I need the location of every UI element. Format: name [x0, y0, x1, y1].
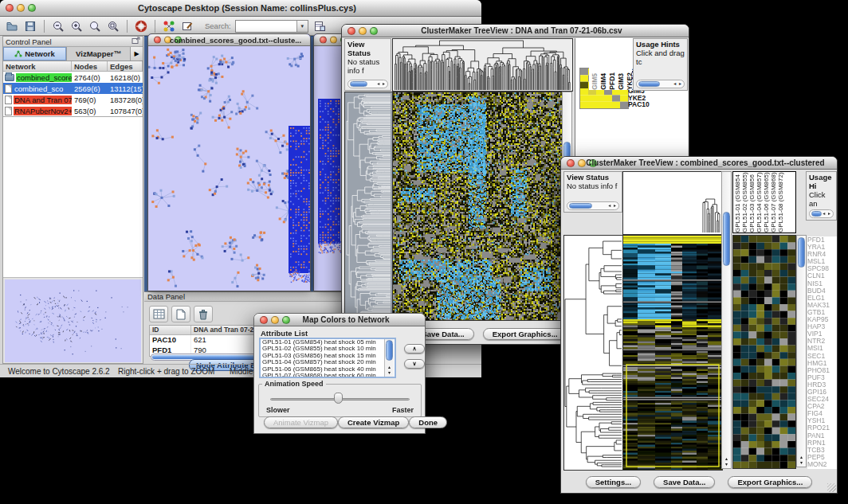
treeview-dna-title-bar[interactable]: ClusterMaker TreeView : DNA and Tran 07-… [342, 25, 689, 37]
column-label[interactable]: GPL51-04 (GSM857) [756, 172, 763, 232]
attribute-browser-icon[interactable] [312, 19, 327, 33]
combined-heatmap[interactable] [622, 235, 723, 471]
scrollbar-thumb[interactable] [569, 203, 592, 209]
network-file-icon [5, 107, 12, 115]
panel-scrollbar[interactable]: ◂ ▸ [347, 80, 388, 88]
close-icon[interactable] [567, 159, 575, 167]
close-icon[interactable] [320, 37, 327, 44]
treeview-button[interactable]: Export Graphics... [728, 476, 812, 488]
col-edges[interactable]: Edges [108, 61, 143, 71]
panel-scrollbar[interactable]: ◂ ▸ [636, 80, 685, 88]
new-attribute-icon[interactable] [171, 306, 190, 322]
scroll-arrows-icon[interactable]: ◂ ▸ [673, 80, 684, 88]
search-input[interactable]: ▾ [235, 20, 308, 33]
treeview-button[interactable]: Save Data... [654, 476, 715, 488]
column-label[interactable]: GIM5 [591, 73, 599, 90]
scrollbar-thumb[interactable] [386, 340, 393, 361]
gene-label[interactable]: MON2 [807, 461, 837, 468]
scroll-arrows-icon[interactable]: ◂ ▸ [608, 201, 618, 210]
column-label[interactable]: GPL51-01 (GSM854 [734, 172, 741, 232]
tab-network[interactable]: Network [3, 47, 67, 61]
dna-column-dendrogram[interactable] [392, 38, 573, 92]
network-canvas[interactable] [148, 46, 310, 291]
dialog-button[interactable]: Done [409, 416, 447, 428]
save-icon[interactable] [23, 19, 37, 33]
scroll-arrows-icon[interactable]: ▴▾ [797, 455, 806, 466]
column-label[interactable]: GIM4 [599, 73, 607, 90]
delete-attribute-icon[interactable] [194, 306, 213, 322]
detail-vscrollbar[interactable]: ▴▾ [796, 235, 807, 467]
move-down-button[interactable]: ∨ [404, 359, 425, 369]
zoom-fit-icon[interactable] [88, 19, 102, 33]
chevron-down-icon[interactable]: ▾ [296, 21, 308, 32]
network-row[interactable]: RNAPuberNov2+ 563(0) 107847(0) [3, 105, 143, 116]
scrollbar-thumb[interactable] [350, 81, 367, 87]
birdseye-overview[interactable] [5, 279, 141, 362]
dialog-button[interactable]: Animate Vizmap [264, 416, 338, 428]
dna-heatmap[interactable] [392, 92, 563, 321]
main-title-bar[interactable]: Cytoscape Desktop (Session Name: collins… [0, 0, 481, 17]
panel-scrollbar[interactable]: ◂ ▸ [809, 209, 834, 218]
col-network[interactable]: Network [3, 61, 72, 71]
attribute-list-item[interactable]: GPL51-07 (GSM868) heat shock 60 min [262, 373, 395, 378]
dialog-button[interactable]: Create Vizmap [338, 416, 409, 428]
speed-slider-thumb[interactable] [334, 393, 343, 404]
tab-overflow-arrow[interactable]: ▶ [131, 47, 143, 61]
combined-gene-labels: PFD1YRA1RNR4MSL1SPC98CLN1NIS1BUD4ELG1MAK… [807, 236, 837, 469]
treeview-button[interactable]: Settings... [586, 476, 641, 488]
zoom-in-icon[interactable] [69, 19, 84, 33]
dialog-title-bar[interactable]: Map Colors to Network [254, 314, 425, 326]
zoom-out-icon[interactable] [51, 19, 65, 33]
resize-grip[interactable] [827, 483, 836, 492]
col-nodes[interactable]: Nodes [72, 61, 108, 71]
float-panel-icon[interactable] [132, 37, 140, 46]
combined-row-dendrogram[interactable] [563, 235, 624, 471]
select-attributes-icon[interactable] [149, 306, 168, 322]
close-icon[interactable] [6, 4, 14, 12]
usage-hints-text: Click an [809, 190, 826, 208]
minimize-icon[interactable] [330, 37, 337, 44]
network-row[interactable]: combined_sco 2569(6) 13112(15) [3, 83, 143, 94]
network-row[interactable]: DNA and Tran 07 769(0) 183728(0) [3, 94, 143, 105]
combined-column-dendrogram[interactable] [622, 171, 723, 235]
close-icon[interactable] [154, 37, 161, 44]
scrollbar-thumb[interactable] [798, 237, 805, 268]
column-label[interactable]: GPL51-06 (GSM865) [763, 172, 770, 232]
column-label[interactable]: GPL51-03 (GSM856 [748, 172, 756, 232]
scrollbar-thumb[interactable] [638, 81, 660, 87]
tab-vizmapper[interactable]: VizMapper™ [67, 47, 131, 61]
dna-row-dendrogram[interactable] [344, 92, 393, 321]
close-icon[interactable] [260, 316, 268, 324]
network-row[interactable]: combined_scores 2764(0) 16218(0) [3, 72, 143, 83]
help-lifesaver-icon[interactable] [134, 19, 148, 33]
attribute-list-vscrollbar[interactable]: ▴▾ [384, 339, 394, 377]
treeview-button[interactable]: Export Graphics... [483, 328, 567, 340]
annotation-icon[interactable] [180, 19, 194, 33]
network-title-bar[interactable]: combined_scores_good.txt--cluste... [148, 34, 310, 46]
column-label[interactable]: GIM3 [617, 73, 625, 90]
network-list-header[interactable]: Network Nodes Edges [3, 61, 143, 72]
zoom-selected-icon[interactable] [106, 19, 120, 33]
scrollbar-thumb[interactable] [811, 211, 822, 217]
gene-label[interactable]: PAC10 [628, 101, 650, 107]
treeview-combined-title-bar[interactable]: ClusterMaker TreeView : combined_scores_… [561, 157, 837, 170]
column-label[interactable]: GPL51-02 (GSM855) [741, 172, 748, 232]
combined-heatmap-vscrollbar[interactable]: ▴▾ [721, 171, 732, 469]
combined-detail-heatmap[interactable] [732, 235, 796, 469]
attribute-list[interactable]: GPL51-01 (GSM854) heat shock 05 minGPL51… [259, 338, 396, 378]
scroll-arrows-icon[interactable]: ▴▾ [385, 365, 394, 376]
column-label[interactable]: PFD1 [608, 72, 616, 90]
close-icon[interactable] [347, 27, 355, 35]
scroll-arrows-icon[interactable]: ◂ ▸ [822, 209, 833, 218]
scrollbar-thumb[interactable] [723, 212, 730, 266]
panel-scrollbar[interactable]: ◂ ▸ [567, 201, 619, 210]
open-file-icon[interactable] [5, 19, 19, 33]
scroll-arrows-icon[interactable]: ▴▾ [722, 456, 731, 467]
column-label[interactable]: GPL51-08 (GSM872) [777, 172, 784, 232]
column-label[interactable]: YKE2 [626, 72, 632, 90]
col-id[interactable]: ID [150, 326, 191, 334]
scroll-arrows-icon[interactable]: ◂ ▸ [377, 80, 387, 88]
vizmapper-icon[interactable] [162, 19, 176, 33]
column-label[interactable]: GPL51-07 (GSM868) [770, 172, 777, 232]
move-up-button[interactable]: ∧ [404, 344, 425, 354]
